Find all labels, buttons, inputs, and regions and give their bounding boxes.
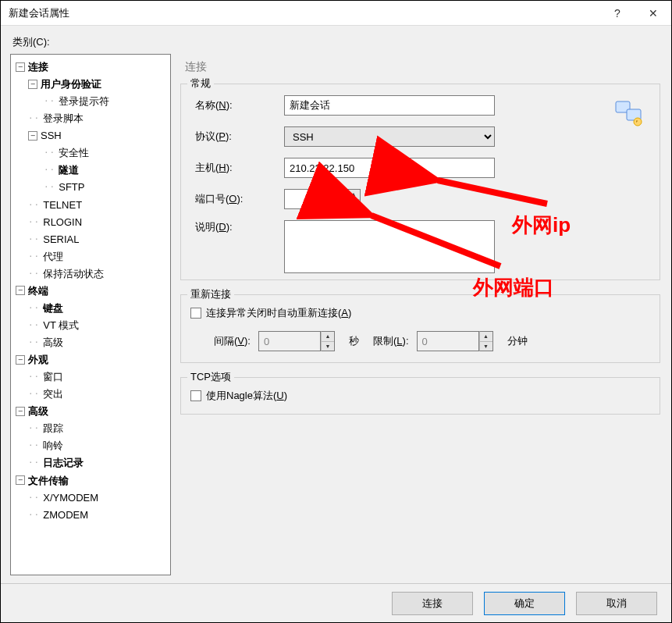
tree-item-tunnel[interactable]: 隧道	[59, 164, 79, 176]
dialog-window: 新建会话属性 ? ✕ 类别(C): −连接 −用户身份验证 ··登录提示符 ··…	[0, 0, 672, 623]
tree-item-zmodem[interactable]: ZMODEM	[43, 509, 88, 521]
toggle-icon[interactable]: −	[16, 62, 25, 72]
tree-item-keyboard[interactable]: 键盘	[43, 302, 63, 314]
name-input[interactable]	[284, 95, 495, 116]
spinner-up-icon[interactable]: ▲	[480, 332, 492, 342]
tree-item-vt-mode[interactable]: VT 模式	[43, 319, 79, 331]
tree-item-proxy[interactable]: 代理	[43, 251, 63, 262]
cancel-button[interactable]: 取消	[576, 592, 657, 615]
tree-item-ssh[interactable]: SSH	[41, 130, 62, 141]
interval-spinner[interactable]: ▲ ▼	[321, 331, 335, 351]
auto-reconnect-checkbox[interactable]	[190, 308, 201, 319]
tree-item-xymodem[interactable]: X/YMODEM	[43, 492, 98, 504]
leaf-icon: ··	[28, 231, 40, 247]
leaf-icon: ··	[28, 420, 40, 436]
reconnect-legend: 重新连接	[187, 287, 234, 301]
category-tree[interactable]: −连接 −用户身份验证 ··登录提示符 ··登录脚本 −SSH ··安全性 ··…	[10, 54, 171, 575]
toggle-icon[interactable]: −	[16, 355, 25, 365]
reconnect-group: 重新连接 连接异常关闭时自动重新连接(A) 间隔(V): ▲ ▼ 秒	[180, 294, 660, 363]
connection-icon	[613, 98, 645, 128]
category-label-text: 类别(C):	[12, 36, 50, 48]
general-group: 常规 名称(N): 协议(P): SSH	[180, 84, 660, 280]
leaf-icon: ··	[28, 437, 40, 454]
leaf-icon: ··	[44, 93, 55, 109]
tree-item-terminal[interactable]: 终端	[28, 285, 48, 297]
tree-item-advanced[interactable]: 高级	[28, 405, 48, 417]
leaf-icon: ··	[28, 386, 40, 402]
right-pane: 连接 常规 名称(N): 协议(P): SSH	[179, 54, 662, 575]
leaf-icon: ··	[28, 300, 40, 316]
interval-input[interactable]	[258, 331, 321, 351]
host-input[interactable]	[284, 158, 495, 178]
tree-item-serial[interactable]: SERIAL	[43, 233, 79, 245]
name-label: 名称(N):	[190, 98, 284, 112]
annotation-port-label: 外网端口	[473, 274, 554, 301]
tree-item-security[interactable]: 安全性	[59, 147, 89, 158]
host-label: 主机(H):	[190, 161, 284, 175]
leaf-icon: ··	[28, 454, 40, 471]
main-split: −连接 −用户身份验证 ··登录提示符 ··登录脚本 −SSH ··安全性 ··…	[1, 54, 671, 583]
leaf-icon: ··	[28, 197, 40, 213]
port-spinner[interactable]: ▲ ▼	[347, 189, 361, 209]
svg-point-2	[634, 118, 642, 126]
window-title: 新建会话属性	[9, 6, 599, 20]
description-label: 说明(D):	[190, 220, 284, 234]
nagle-label: 使用Nagle算法(U)	[206, 389, 287, 403]
section-header: 连接	[179, 54, 662, 80]
titlebar: 新建会话属性 ? ✕	[1, 1, 671, 26]
tree-item-trace[interactable]: 跟踪	[43, 422, 63, 434]
tree-item-bell[interactable]: 响铃	[43, 440, 63, 451]
spinner-down-icon[interactable]: ▼	[347, 200, 360, 209]
tree-item-logging[interactable]: 日志记录	[43, 457, 84, 469]
general-legend: 常规	[187, 77, 214, 91]
spinner-down-icon[interactable]: ▼	[322, 342, 334, 351]
tree-item-highlight[interactable]: 突出	[43, 388, 63, 400]
limit-spinner[interactable]: ▲ ▼	[479, 331, 493, 351]
help-button[interactable]: ?	[599, 1, 635, 26]
ok-button[interactable]: 确定	[484, 592, 565, 615]
spinner-up-icon[interactable]: ▲	[322, 332, 334, 342]
tree-item-appearance[interactable]: 外观	[28, 354, 48, 365]
leaf-icon: ··	[28, 507, 40, 523]
leaf-icon: ··	[44, 144, 55, 161]
tree-item-sftp[interactable]: SFTP	[59, 182, 84, 194]
tree-item-advanced-terminal[interactable]: 高级	[43, 336, 63, 348]
interval-label: 间隔(V):	[214, 334, 251, 348]
limit-unit: 分钟	[501, 334, 534, 348]
annotation-ip-label: 外网ip	[512, 212, 571, 239]
tcp-legend: TCP选项	[187, 370, 234, 384]
leaf-icon: ··	[28, 490, 40, 506]
tree-item-connection[interactable]: 连接	[28, 61, 48, 73]
close-button[interactable]: ✕	[635, 1, 671, 26]
tree-item-telnet[interactable]: TELNET	[43, 199, 82, 211]
leaf-icon: ··	[28, 265, 40, 282]
leaf-icon: ··	[28, 214, 40, 230]
tree-item-keepalive[interactable]: 保持活动状态	[43, 268, 104, 279]
toggle-icon[interactable]: −	[16, 286, 25, 295]
toggle-icon[interactable]: −	[28, 80, 37, 89]
protocol-select[interactable]: SSH	[284, 126, 495, 147]
tree-item-rlogin[interactable]: RLOGIN	[43, 216, 82, 228]
tree-item-window[interactable]: 窗口	[43, 371, 63, 383]
leaf-icon: ··	[44, 179, 55, 195]
toggle-icon[interactable]: −	[16, 475, 25, 485]
nagle-checkbox[interactable]	[190, 390, 201, 401]
interval-unit: 秒	[343, 334, 365, 348]
spinner-up-icon[interactable]: ▲	[347, 190, 360, 200]
tree-item-user-auth[interactable]: 用户身份验证	[41, 78, 101, 90]
tree-item-file-transfer[interactable]: 文件传输	[28, 475, 69, 486]
connect-button[interactable]: 连接	[392, 592, 473, 615]
spinner-down-icon[interactable]: ▼	[480, 342, 492, 351]
tree-item-login-prompt[interactable]: 登录提示符	[59, 95, 109, 107]
limit-input[interactable]	[417, 331, 479, 351]
protocol-label: 协议(P):	[190, 130, 284, 144]
leaf-icon: ··	[28, 317, 40, 333]
tree-item-login-script[interactable]: 登录脚本	[43, 112, 84, 124]
leaf-icon: ··	[28, 248, 40, 265]
tcp-group: TCP选项 使用Nagle算法(U)	[180, 377, 660, 415]
limit-label: 限制(L):	[373, 334, 409, 348]
port-input[interactable]	[284, 189, 347, 209]
description-textarea[interactable]	[284, 220, 495, 273]
toggle-icon[interactable]: −	[28, 131, 37, 141]
toggle-icon[interactable]: −	[16, 407, 25, 416]
